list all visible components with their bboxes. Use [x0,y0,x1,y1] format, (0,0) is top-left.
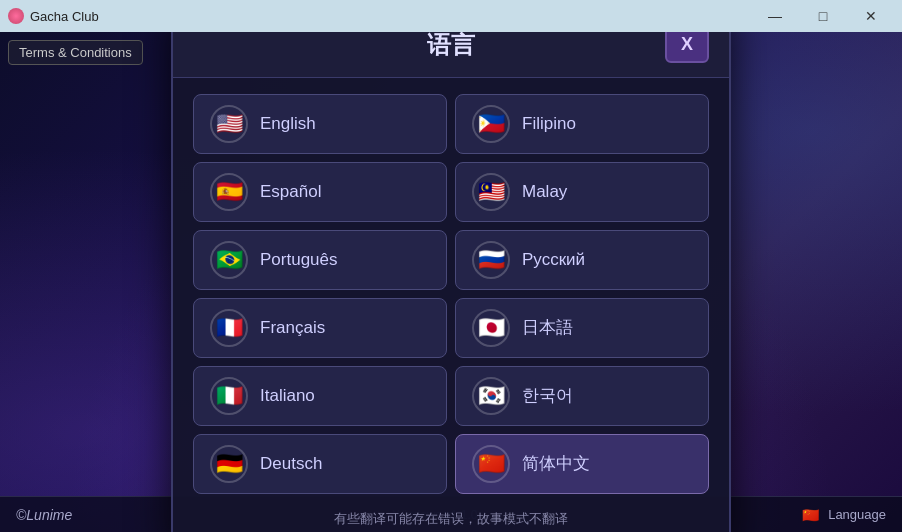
simplified_chinese-label: 简体中文 [522,452,590,475]
filipino-label: Filipino [522,114,576,134]
language-option-espanol[interactable]: 🇪🇸 Español [193,162,447,222]
language-option-korean[interactable]: 🇰🇷 한국어 [455,366,709,426]
language-option-deutsch[interactable]: 🇩🇪 Deutsch [193,434,447,494]
malay-flag: 🇲🇾 [472,173,510,211]
language-dialog: 语言 X 🇺🇸 English 🇵🇭 Filipino 🇪🇸 Español 🇲… [171,32,731,532]
english-label: English [260,114,316,134]
maximize-button[interactable]: □ [800,1,846,31]
language-option-english[interactable]: 🇺🇸 English [193,94,447,154]
malay-label: Malay [522,182,567,202]
filipino-flag: 🇵🇭 [472,105,510,143]
title-bar: Gacha Club — □ ✕ [0,0,902,32]
language-option-russian[interactable]: 🇷🇺 Русский [455,230,709,290]
language-option-portugues[interactable]: 🇧🇷 Português [193,230,447,290]
dialog-body: 🇺🇸 English 🇵🇭 Filipino 🇪🇸 Español 🇲🇾 Mal… [173,78,729,533]
window-controls: — □ ✕ [752,1,894,31]
russian-label: Русский [522,250,585,270]
japanese-label: 日本語 [522,316,573,339]
japanese-flag: 🇯🇵 [472,309,510,347]
korean-flag: 🇰🇷 [472,377,510,415]
dialog-title: 语言 [237,32,665,61]
app-background: Terms & Conditions 语言 X 🇺🇸 English 🇵🇭 Fi… [0,32,902,532]
title-bar-left: Gacha Club [8,8,99,24]
francais-flag: 🇫🇷 [210,309,248,347]
espanol-flag: 🇪🇸 [210,173,248,211]
simplified_chinese-flag: 🇨🇳 [472,445,510,483]
close-button[interactable]: ✕ [848,1,894,31]
francais-label: Français [260,318,325,338]
language-option-simplified_chinese[interactable]: 🇨🇳 简体中文 [455,434,709,494]
portugues-flag: 🇧🇷 [210,241,248,279]
dialog-footer: 有些翻译可能存在错误，故事模式不翻译 [193,506,709,533]
language-option-filipino[interactable]: 🇵🇭 Filipino [455,94,709,154]
russian-flag: 🇷🇺 [472,241,510,279]
deutsch-label: Deutsch [260,454,322,474]
dialog-close-button[interactable]: X [665,32,709,63]
italiano-label: Italiano [260,386,315,406]
language-option-japanese[interactable]: 🇯🇵 日本語 [455,298,709,358]
app-title: Gacha Club [30,9,99,24]
espanol-label: Español [260,182,321,202]
language-option-francais[interactable]: 🇫🇷 Français [193,298,447,358]
app-icon [8,8,24,24]
language-option-malay[interactable]: 🇲🇾 Malay [455,162,709,222]
dialog-header: 语言 X [173,32,729,78]
portugues-label: Português [260,250,338,270]
language-option-italiano[interactable]: 🇮🇹 Italiano [193,366,447,426]
korean-label: 한국어 [522,384,573,407]
language-grid: 🇺🇸 English 🇵🇭 Filipino 🇪🇸 Español 🇲🇾 Mal… [193,94,709,494]
italiano-flag: 🇮🇹 [210,377,248,415]
dialog-overlay: 语言 X 🇺🇸 English 🇵🇭 Filipino 🇪🇸 Español 🇲… [0,32,902,532]
english-flag: 🇺🇸 [210,105,248,143]
minimize-button[interactable]: — [752,1,798,31]
deutsch-flag: 🇩🇪 [210,445,248,483]
